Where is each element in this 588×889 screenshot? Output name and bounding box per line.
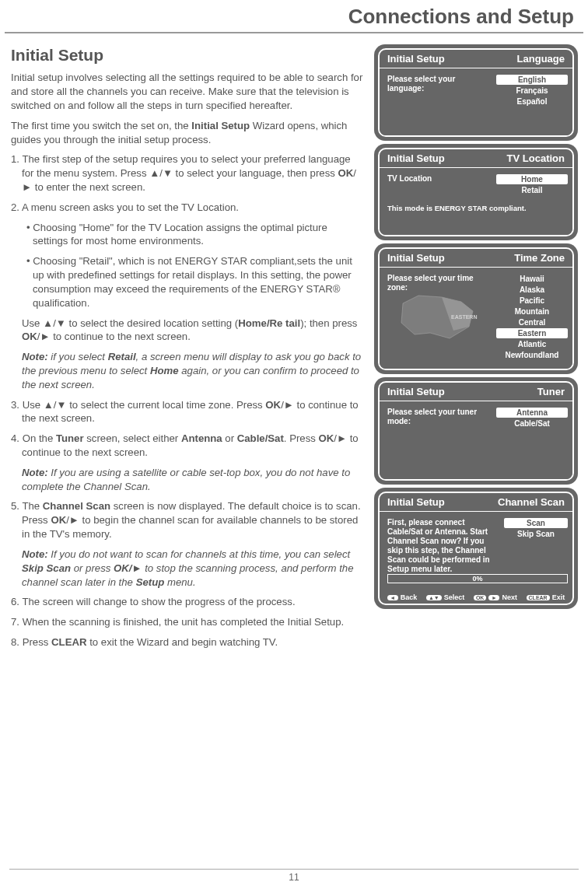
intro-paragraph-1: Initial setup involves selecting all the… [11, 71, 365, 112]
option-cable-sat[interactable]: Cable/Sat [496, 418, 568, 429]
prompt-text: Please select your language: [387, 75, 488, 93]
step-5: 5. The Channel Scan screen is now displa… [22, 499, 365, 541]
screen-title: Initial Setup [387, 386, 445, 397]
option-central[interactable]: Central [496, 317, 568, 327]
screen-title: Initial Setup [387, 152, 445, 164]
hint-select: ▲▼Select [426, 593, 464, 601]
step-8: 8. Press CLEAR to exit the Wizard and be… [22, 635, 365, 649]
option-retail[interactable]: Retail [496, 185, 568, 195]
option-pacific[interactable]: Pacific [496, 296, 568, 306]
clear-key-icon: CLEAR [527, 595, 550, 600]
tv-screen-timezone: Initial Setup Time Zone Please select yo… [374, 243, 578, 374]
tv-screen-location: Initial Setup TV Location TV Location Ho… [374, 144, 578, 240]
option-eastern[interactable]: Eastern [496, 328, 568, 338]
prompt-text: First, please connect Cable/Sat or Anten… [387, 518, 496, 574]
footer-hints: ◄Back ▲▼Select OK►Next CLEARExit [380, 591, 572, 604]
option-skip-scan[interactable]: Skip Scan [504, 529, 568, 539]
option-alaska[interactable]: Alaska [496, 285, 568, 295]
screen-title: Initial Setup [387, 53, 445, 65]
step-4-note: Note: If you are using a satellite or ca… [22, 466, 365, 494]
step-7: 7. When the scanning is finished, the un… [22, 615, 365, 629]
svg-text:EASTERN: EASTERN [451, 314, 477, 320]
option-newfoundland[interactable]: Newfoundland [496, 350, 568, 360]
map-icon: EASTERN [387, 288, 496, 350]
step-2-heading: 2. A menu screen asks you to set the TV … [22, 201, 365, 215]
tv-screen-language: Initial Setup Language Please select you… [374, 44, 578, 141]
right-key-icon: ► [488, 595, 499, 600]
intro-paragraph-2: The first time you switch the set on, th… [11, 119, 365, 147]
screen-subtitle: Language [517, 53, 565, 65]
option-antenna[interactable]: Antenna [496, 408, 568, 418]
hint-back: ◄Back [387, 593, 418, 601]
step-2-note: Note: if you select Retail, a screen men… [22, 350, 365, 391]
step-1: 1. The first step of the setup requires … [22, 152, 365, 194]
option-english[interactable]: English [496, 75, 568, 85]
step-2-bullet-1: • Choosing "Home" for the TV Location as… [33, 221, 365, 249]
step-2-bullet-2: • Choosing "Retail", which is not ENERGY… [33, 254, 365, 310]
step-2-use: Use ▲/▼ to select the desired location s… [22, 317, 365, 345]
left-key-icon: ◄ [387, 595, 398, 600]
screen-subtitle: TV Location [507, 152, 565, 164]
prompt-text: TV Location [387, 174, 488, 184]
option-scan[interactable]: Scan [504, 518, 568, 528]
option-home[interactable]: Home [496, 174, 568, 184]
option-espanol[interactable]: Español [496, 96, 568, 107]
step-3: 3. Use ▲/▼ to select the current local t… [22, 398, 365, 426]
screen-subtitle: Time Zone [514, 252, 565, 264]
hint-next: OK►Next [474, 593, 517, 601]
ok-key-icon: OK [474, 595, 487, 600]
screen-title: Initial Setup [387, 252, 445, 264]
instruction-column: Initial Setup Initial setup involves sel… [11, 44, 365, 656]
tv-screens-column: Initial Setup Language Please select you… [374, 44, 578, 656]
section-heading: Initial Setup [11, 44, 365, 66]
page-number: 11 [9, 869, 579, 883]
screen-title: Initial Setup [387, 496, 445, 508]
option-francais[interactable]: Français [496, 86, 568, 96]
progress-bar: 0% [387, 574, 568, 583]
step-4: 4. On the Tuner screen, select either An… [22, 432, 365, 460]
option-mountain[interactable]: Mountain [496, 306, 568, 317]
tv-screen-tuner: Initial Setup Tuner Please select your t… [374, 377, 578, 485]
tv-screen-channel-scan: Initial Setup Channel Scan First, please… [374, 488, 578, 609]
hint-exit: CLEARExit [527, 593, 565, 601]
prompt-text: Please select your tuner mode: [387, 408, 488, 426]
option-hawaii[interactable]: Hawaii [496, 274, 568, 284]
updown-key-icon: ▲▼ [426, 595, 442, 600]
screen-subtitle: Channel Scan [498, 496, 565, 508]
step-6: 6. The screen will change to show the pr… [22, 595, 365, 609]
option-atlantic[interactable]: Atlantic [496, 339, 568, 349]
screen-subtitle: Tuner [537, 386, 565, 397]
page-title: Connections and Setup [5, 0, 583, 33]
energy-star-note: This mode is ENERGY STAR compliant. [387, 196, 568, 212]
step-5-note: Note: If you do not want to scan for cha… [22, 548, 365, 589]
